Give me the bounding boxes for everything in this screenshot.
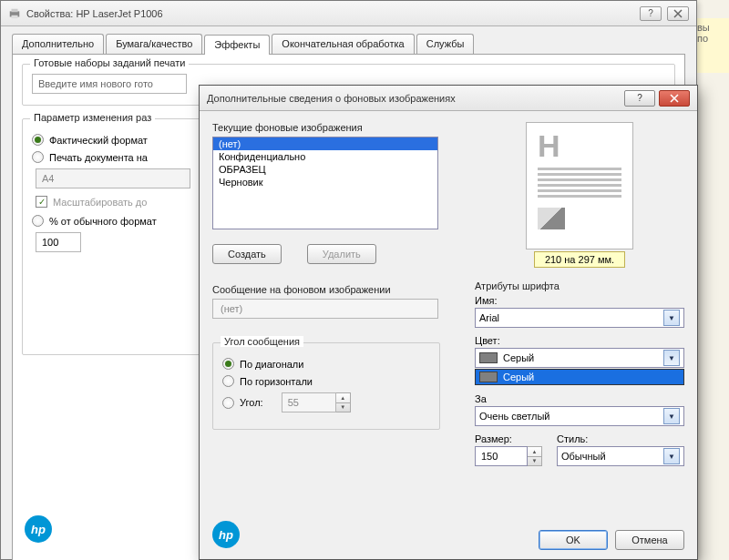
font-name-combo[interactable]: Arial ▼ [475,308,684,328]
presets-group-title: Готовые наборы заданий печати [30,57,189,68]
bg-text-1: вы [697,22,725,33]
delete-button[interactable]: Удалить [307,244,376,264]
cancel-button[interactable]: Отмена [615,530,684,550]
percent-input[interactable]: 100 [36,232,81,252]
tab-advanced[interactable]: Дополнительно [12,34,104,54]
modal-help-button[interactable]: ? [624,90,655,107]
tab-effects[interactable]: Эффекты [204,35,270,55]
svg-rect-2 [12,15,18,18]
chevron-down-icon: ▼ [663,350,680,366]
font-name-label: Имя: [475,295,684,306]
style-value: Обычный [561,451,606,462]
preview-letter-icon: H [538,132,621,159]
preset-name-input[interactable]: Введите имя нового гото [32,74,187,94]
tab-paper[interactable]: Бумага/качество [106,34,202,54]
angle-spinner[interactable]: ▲▼ [336,392,351,412]
color-dropdown[interactable]: Серый [475,369,684,385]
hp-logo-icon: hp [212,521,240,548]
hp-logo-icon: hp [25,515,52,543]
scale-checkbox[interactable] [36,196,47,208]
shade-label-partial: За [475,393,684,404]
chevron-down-icon: ▼ [663,408,680,424]
color-option-label: Серый [503,372,534,382]
current-bg-label: Текущие фоновые изображения [212,122,458,133]
chevron-down-icon: ▼ [663,448,680,464]
radio-actual-size[interactable] [32,134,44,146]
svg-rect-1 [12,8,18,12]
radio-horizontal[interactable] [222,375,234,387]
ok-button[interactable]: OK [539,530,608,550]
color-swatch-icon [479,372,498,382]
list-item-sample[interactable]: ОБРАЗЕЦ [213,163,437,176]
radio-print-on-label: Печать документа на [49,152,148,163]
tab-strip: Дополнительно Бумага/качество Эффекты Ок… [1,26,696,54]
preview-chart-icon [538,208,565,229]
color-value: Серый [503,352,534,363]
chevron-down-icon: ▼ [663,310,680,326]
shade-value: Очень светлый [479,411,550,422]
radio-diagonal[interactable] [222,358,234,370]
color-swatch-icon [479,352,498,363]
radio-angle-label: Угол: [240,397,263,408]
tab-services[interactable]: Службы [416,34,475,54]
color-option-grey[interactable]: Серый [476,370,683,384]
watermark-listbox[interactable]: (нет) Конфиденциально ОБРАЗЕЦ Черновик [212,137,438,229]
angle-input[interactable]: 55 [282,392,336,412]
size-spinner[interactable]: ▲▼ [528,446,542,466]
tab-finishing[interactable]: Окончательная обработка [272,34,414,54]
radio-actual-label: Фактический формат [49,135,148,146]
bg-text-2: по [697,33,725,44]
radio-diagonal-label: По диагонали [240,359,303,370]
close-button[interactable] [667,6,689,21]
main-titlebar: Свойства: HP LaserJet P1006 ? [1,1,696,26]
size-label: Размер: [475,433,542,444]
scale-checkbox-label: Масштабировать до [53,197,147,208]
modal-close-button[interactable] [659,90,690,107]
angle-group-title: Угол сообщения [221,336,303,347]
main-title: Свойства: HP LaserJet P1006 [26,8,163,19]
color-combo[interactable]: Серый ▼ Серый [475,348,684,368]
shade-combo[interactable]: Очень светлый ▼ [475,406,684,426]
message-label: Сообщение на фоновом изображении [212,284,458,295]
radio-percent-label: % от обычного формат [49,216,157,227]
font-attrs-label: Атрибуты шрифта [475,280,684,291]
radio-percent[interactable] [32,215,44,227]
radio-angle[interactable] [222,397,234,409]
color-label: Цвет: [475,335,684,346]
modal-title: Дополнительные сведения о фоновых изобра… [207,93,456,104]
size-input[interactable]: 150 [475,446,528,466]
angle-group: Угол сообщения По диагонали По горизонта… [212,342,440,430]
paper-size-combo[interactable]: A4 [36,168,190,188]
printer-icon [8,7,21,20]
list-item-confidential[interactable]: Конфиденциально [213,150,437,163]
modal-titlebar: Дополнительные сведения о фоновых изобра… [200,86,697,111]
font-name-value: Arial [479,312,499,323]
watermark-dialog: Дополнительные сведения о фоновых изобра… [199,85,698,560]
message-input[interactable]: (нет) [212,299,438,319]
help-button[interactable]: ? [640,6,662,21]
page-preview: H [526,122,633,249]
preview-caption: 210 на 297 мм. [534,251,625,268]
list-item-none[interactable]: (нет) [213,137,437,150]
resize-group-title: Параметр изменения раз [30,112,155,123]
style-label: Стиль: [557,433,684,444]
list-item-draft[interactable]: Черновик [213,176,437,188]
radio-print-on[interactable] [32,151,44,163]
create-button[interactable]: Создать [212,244,282,264]
style-combo[interactable]: Обычный ▼ [557,446,684,466]
radio-horizontal-label: По горизонтали [240,376,313,387]
